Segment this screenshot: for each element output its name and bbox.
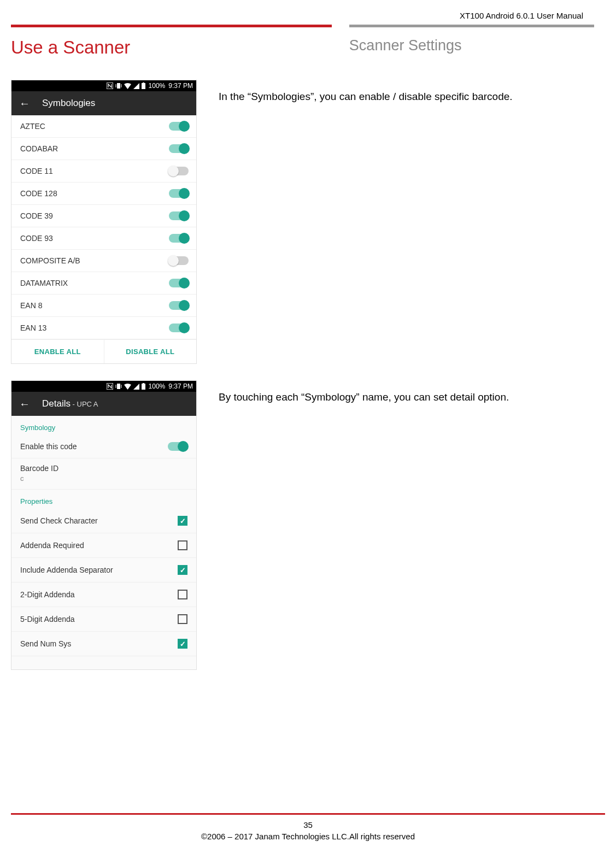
property-label: 5-Digit Addenda: [20, 615, 75, 623]
svg-rect-7: [117, 384, 120, 389]
symbology-row[interactable]: CODE 39: [11, 205, 196, 227]
enable-this-code-label: Enable this code: [20, 442, 77, 451]
property-checkbox[interactable]: [178, 590, 187, 599]
disable-all-button[interactable]: DISABLE ALL: [104, 340, 197, 363]
property-label: Addenda Required: [20, 541, 84, 550]
symbology-switch[interactable]: [169, 167, 189, 175]
symbology-label: CODE 11: [20, 167, 53, 175]
document-header: XT100 Android 6.0.1 User Manual: [11, 11, 594, 20]
property-label: Include Addenda Separator: [20, 566, 113, 574]
page-title: Use a Scanner: [11, 37, 349, 58]
symbology-label: AZTEC: [20, 122, 45, 131]
barcode-id-value: c: [20, 474, 187, 483]
app-bar: ← Details - UPC A: [11, 392, 196, 416]
svg-rect-5: [143, 83, 144, 83]
svg-rect-11: [143, 383, 144, 384]
symbology-label: EAN 8: [20, 301, 42, 310]
symbology-switch[interactable]: [169, 301, 189, 310]
svg-rect-10: [142, 384, 145, 390]
symbology-label: EAN 13: [20, 323, 46, 332]
battery-percent: 100%: [149, 82, 166, 90]
signal-icon: [133, 83, 139, 89]
property-checkbox[interactable]: [178, 516, 187, 526]
symbology-switch[interactable]: [169, 122, 189, 131]
page-subtitle: Scanner Settings: [349, 37, 594, 54]
wifi-icon: [124, 83, 131, 89]
symbology-label: CODE 39: [20, 211, 53, 220]
symbology-row[interactable]: EAN 8: [11, 295, 196, 317]
symbology-row[interactable]: AZTEC: [11, 115, 196, 138]
nfc-icon: [107, 83, 113, 89]
vibrate-icon: [115, 383, 122, 390]
page-footer: 35 ©2006 – 2017 Janam Technologies LLC.A…: [0, 813, 616, 842]
battery-icon: [142, 383, 145, 390]
barcode-id-label: Barcode ID: [20, 464, 187, 473]
symbology-label: DATAMATRIX: [20, 279, 68, 287]
symbology-label: CODABAR: [20, 144, 58, 153]
battery-percent: 100%: [149, 383, 166, 390]
symbologies-screenshot: 100% 9:37 PM ← Symbologies AZTECCODABARC…: [11, 80, 197, 364]
property-row[interactable]: Addenda Required: [11, 533, 196, 558]
symbology-row[interactable]: CODE 11: [11, 160, 196, 183]
symbology-switch[interactable]: [169, 234, 189, 243]
symbology-row[interactable]: CODE 93: [11, 227, 196, 250]
page-number: 35: [0, 819, 616, 831]
wifi-icon: [124, 384, 131, 390]
app-bar-title: Symbologies: [42, 98, 95, 109]
property-checkbox[interactable]: [178, 614, 187, 624]
barcode-id-row[interactable]: Barcode ID c: [11, 458, 196, 490]
symbology-switch[interactable]: [169, 211, 189, 220]
symbology-label: CODE 93: [20, 234, 53, 243]
symbology-switch[interactable]: [169, 189, 189, 198]
symbology-label: CODE 128: [20, 189, 57, 198]
copyright: ©2006 – 2017 Janam Technologies LLC.All …: [0, 831, 616, 842]
signal-icon: [133, 384, 139, 390]
status-time: 9:37 PM: [168, 82, 193, 90]
svg-rect-1: [117, 83, 120, 89]
details-screenshot: 100% 9:37 PM ← Details - UPC A Symbology…: [11, 380, 197, 670]
back-arrow-icon[interactable]: ←: [19, 398, 30, 409]
symbology-switch[interactable]: [169, 256, 189, 265]
symbology-section-label: Symbology: [11, 416, 196, 435]
status-bar: 100% 9:37 PM: [11, 80, 196, 91]
enable-all-button[interactable]: ENABLE ALL: [11, 340, 104, 363]
header-divider: [11, 25, 594, 27]
symbology-row[interactable]: CODABAR: [11, 138, 196, 160]
symbology-row[interactable]: DATAMATRIX: [11, 272, 196, 295]
back-arrow-icon[interactable]: ←: [19, 98, 30, 109]
symbology-label: COMPOSITE A/B: [20, 256, 80, 265]
vibrate-icon: [115, 83, 122, 89]
svg-rect-4: [142, 83, 145, 89]
enable-this-code-switch[interactable]: [168, 442, 187, 451]
property-row[interactable]: 2-Digit Addenda: [11, 583, 196, 607]
property-row[interactable]: Send Check Character: [11, 509, 196, 533]
property-label: Send Num Sys: [20, 639, 71, 648]
app-bar-title: Details - UPC A: [42, 398, 98, 409]
properties-section-label: Properties: [11, 490, 196, 509]
section1-description: In the “Symbologies”, you can enable / d…: [219, 80, 594, 104]
property-label: 2-Digit Addenda: [20, 590, 75, 599]
symbology-switch[interactable]: [169, 144, 189, 153]
symbology-row[interactable]: EAN 13: [11, 317, 196, 339]
app-bar: ← Symbologies: [11, 91, 196, 115]
section2-description: By touching each “Symbology” name, you c…: [219, 380, 594, 404]
property-checkbox[interactable]: [178, 540, 187, 550]
symbology-row[interactable]: COMPOSITE A/B: [11, 250, 196, 272]
property-row[interactable]: Send Num Sys: [11, 632, 196, 656]
status-time: 9:37 PM: [168, 383, 193, 390]
status-bar: 100% 9:37 PM: [11, 381, 196, 392]
battery-icon: [142, 83, 145, 89]
property-row[interactable]: 5-Digit Addenda: [11, 607, 196, 632]
nfc-icon: [107, 383, 113, 390]
symbology-switch[interactable]: [169, 323, 189, 332]
property-label: Send Check Character: [20, 516, 98, 525]
symbology-row[interactable]: CODE 128: [11, 183, 196, 205]
symbology-switch[interactable]: [169, 279, 189, 287]
property-row[interactable]: Include Addenda Separator: [11, 558, 196, 583]
property-checkbox[interactable]: [178, 565, 187, 575]
property-checkbox[interactable]: [178, 639, 187, 649]
